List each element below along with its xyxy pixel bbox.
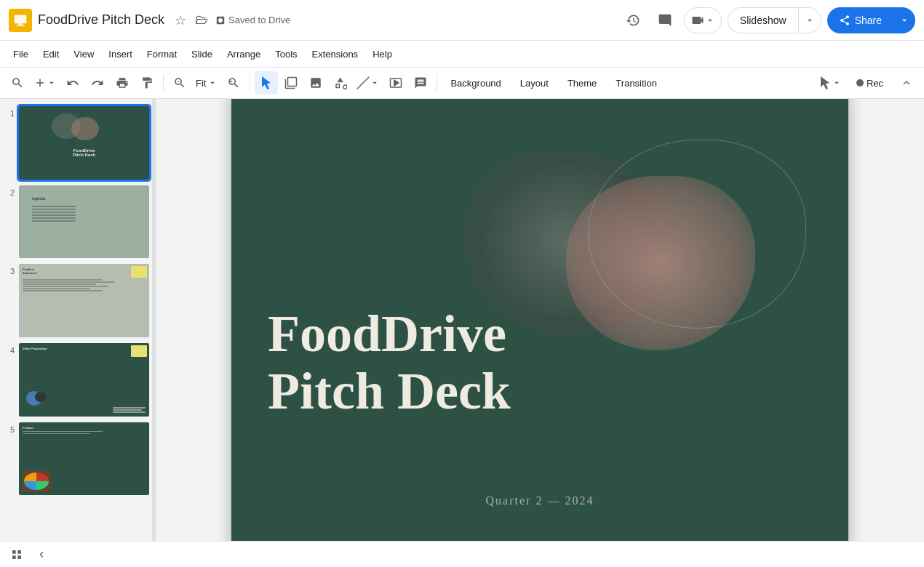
slide-panel: 1 FoodDrivePitch Deck 2 Agenda (0, 99, 153, 541)
thumb-3-note (131, 266, 147, 278)
menu-file[interactable]: File (6, 46, 36, 63)
insert-shapes-button[interactable] (329, 71, 352, 94)
collapse-panel-button[interactable] (31, 544, 52, 565)
svg-line-3 (357, 77, 370, 89)
rec-button[interactable]: Rec (848, 75, 892, 92)
transition-button[interactable]: Transition (607, 75, 666, 92)
slide-item-2[interactable]: 2 Agenda (3, 184, 149, 260)
background-button[interactable]: Background (442, 75, 509, 92)
menu-extensions[interactable]: Extensions (305, 46, 366, 63)
slide-thumb-content-1: FoodDrivePitch Deck (19, 106, 149, 180)
slide-item-4[interactable]: 4 Value Proposition (3, 342, 149, 418)
toolbar-collapse-button[interactable] (895, 71, 918, 94)
slide-thumb-content-2: Agenda (19, 185, 149, 259)
history-button[interactable] (620, 7, 646, 33)
insert-image-button[interactable] (304, 71, 327, 94)
thumb-4-title: Value Proposition (23, 347, 47, 350)
slide-thumb-1[interactable]: FoodDrivePitch Deck (19, 106, 149, 180)
rec-label: Rec (867, 78, 883, 89)
slide-number-5: 5 (3, 425, 15, 434)
thumb-4-note (131, 345, 147, 357)
zoom-out-button[interactable] (168, 71, 191, 94)
slide-item-3[interactable]: 3 ProblemStatement (3, 262, 149, 339)
title-bar: FoodDrive Pitch Deck ☆ 🗁 Saved to Drive … (0, 0, 924, 41)
thumb-5-title: Product (23, 426, 146, 430)
slide-number-4: 4 (3, 346, 15, 355)
share-button[interactable]: Share (827, 7, 893, 33)
toolbar-sep-3 (437, 74, 437, 92)
meet-button[interactable] (684, 7, 722, 33)
zoom-value: Fit (196, 78, 206, 89)
menu-help[interactable]: Help (365, 46, 399, 63)
slide-thumb-2[interactable]: Agenda (19, 185, 149, 259)
bottom-bar (0, 541, 924, 567)
zoom-selector[interactable]: Fit (193, 76, 220, 90)
menu-edit[interactable]: Edit (36, 46, 66, 63)
share-dropdown-button[interactable] (893, 7, 915, 33)
cursor-mode-button[interactable] (816, 71, 845, 94)
deco-circle-outline (588, 140, 806, 329)
canvas-area[interactable]: FoodDrive Pitch Deck Quarter 2 — 2024 (156, 99, 924, 541)
slideshow-button[interactable]: Slideshow (728, 7, 798, 33)
grid-view-button[interactable] (6, 544, 28, 565)
slideshow-dropdown-button[interactable] (798, 7, 821, 33)
thumb-5-image (23, 471, 50, 491)
toolbar-sep-1 (163, 74, 164, 92)
menu-format[interactable]: Format (140, 46, 184, 63)
slide-item-5[interactable]: 5 Product (3, 421, 149, 497)
slide-number-3: 3 (3, 267, 15, 276)
add-slide-button[interactable] (31, 71, 60, 94)
undo-button[interactable] (61, 71, 84, 94)
thumb-circle-pink (71, 117, 99, 140)
document-title[interactable]: FoodDrive Pitch Deck (38, 12, 164, 28)
saved-status: Saved to Drive (215, 15, 290, 25)
menu-view[interactable]: View (66, 46, 101, 63)
menu-tools[interactable]: Tools (268, 46, 304, 63)
folder-icon[interactable]: 🗁 (195, 12, 208, 28)
slide-thumb-3[interactable]: ProblemStatement (19, 264, 149, 337)
svg-rect-0 (15, 15, 27, 23)
insert-video-button[interactable] (384, 71, 407, 94)
slide-thumb-content-5: Product (19, 422, 149, 496)
redo-button[interactable] (86, 71, 109, 94)
menu-insert[interactable]: Insert (101, 46, 140, 63)
toolbar-right: Rec (816, 71, 918, 94)
insert-line-button[interactable] (354, 71, 383, 94)
comments-button[interactable] (652, 7, 678, 33)
slide-number-1: 1 (3, 109, 15, 118)
menu-slide[interactable]: Slide (184, 46, 220, 63)
zoom-in-button[interactable] (222, 71, 245, 94)
paint-format-button[interactable] (135, 71, 159, 94)
slide-number-2: 2 (3, 188, 15, 197)
slideshow-button-group: Slideshow (728, 7, 821, 33)
theme-button[interactable]: Theme (559, 75, 605, 92)
main-slide[interactable]: FoodDrive Pitch Deck Quarter 2 — 2024 (231, 99, 848, 541)
share-button-group: Share (827, 7, 915, 33)
select-tool-button[interactable] (255, 71, 278, 94)
layout-button[interactable]: Layout (511, 75, 557, 92)
search-button[interactable] (6, 71, 29, 94)
thumb-3-header: ProblemStatement (23, 268, 146, 275)
share-label: Share (855, 15, 882, 26)
slide-title-line1: FoodDrive (268, 305, 506, 363)
thumb-4-lines (113, 407, 146, 413)
slide-item-1[interactable]: 1 FoodDrivePitch Deck (3, 105, 149, 181)
app-icon[interactable] (9, 9, 32, 32)
menu-bar: File Edit View Insert Format Slide Arran… (0, 41, 924, 67)
print-button[interactable] (111, 71, 134, 94)
slide-main-title[interactable]: FoodDrive Pitch Deck (268, 305, 511, 420)
thumb-title-text: FoodDrivePitch Deck (73, 148, 95, 157)
rec-indicator (856, 79, 864, 87)
slide-title-line2: Pitch Deck (268, 362, 511, 420)
slide-thumb-content-4: Value Proposition (19, 343, 149, 417)
title-right-actions: Slideshow Share (620, 7, 915, 33)
select-region-button[interactable] (279, 71, 303, 94)
slide-thumb-4[interactable]: Value Proposition (19, 343, 149, 417)
menu-arrange[interactable]: Arrange (220, 46, 268, 63)
slide-subtitle[interactable]: Quarter 2 — 2024 (231, 494, 848, 507)
thumb-4-dark-circle (35, 392, 47, 402)
star-icon[interactable]: ☆ (175, 12, 186, 28)
svg-rect-2 (16, 25, 25, 26)
slide-thumb-5[interactable]: Product (19, 422, 149, 496)
insert-comment-button[interactable] (409, 71, 432, 94)
